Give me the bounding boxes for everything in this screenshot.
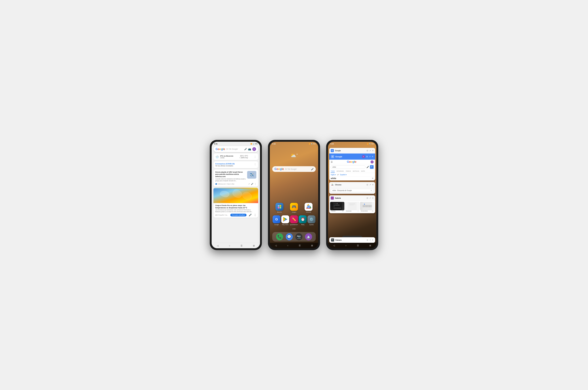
covid-subtitle: Ver las últimas novedades [215, 165, 235, 167]
app-juegos[interactable]: 🎮 Juegos [290, 203, 298, 213]
white-word: white [331, 177, 336, 180]
minimize-google[interactable]: ⊟ [366, 155, 368, 158]
split-btn-3[interactable]: ☰ [357, 244, 359, 247]
app-playstore[interactable]: Play Store [281, 215, 289, 225]
home-btn-3[interactable]: ○ [345, 244, 347, 247]
chrome-card-app-icon [331, 183, 334, 186]
screenshots-thumb[interactable] [360, 202, 374, 210]
external-cam[interactable]: ↗ [369, 239, 371, 241]
battery-3: 76% [371, 143, 374, 145]
app-benchs[interactable]: Benchs [275, 203, 283, 213]
google-avatar: C [362, 155, 365, 158]
split-btn-2[interactable]: ☰ [299, 244, 301, 247]
recents-btn-2[interactable]: ⊞ [311, 244, 313, 247]
more-btn-covid[interactable]: ⋮ [254, 163, 256, 166]
split-btn-1[interactable]: ☰ [241, 244, 243, 247]
tab-maps[interactable]: MAPS [361, 170, 365, 173]
app-ajustes[interactable]: ⚙️ Ajustes [308, 215, 316, 225]
app-quickmemo[interactable]: ✏️ QuickMemo+ [290, 215, 298, 225]
google-search-field[interactable]: white [331, 165, 366, 169]
dock-gallery[interactable]: 🏔️ [305, 233, 312, 240]
app-google[interactable]: G Google [272, 215, 280, 225]
back-btn-3[interactable]: ◁ [333, 244, 335, 247]
external-icon-g[interactable]: ↗ [369, 149, 371, 152]
minimize-icon-g[interactable]: ⊟ [367, 149, 368, 152]
dock-messages[interactable]: 💬 [286, 233, 293, 240]
app-chrome[interactable]: Chrome [305, 203, 313, 213]
audio-icon-1[interactable]: 🎤 [251, 183, 253, 185]
hamburger-icon[interactable]: ☰ [331, 161, 333, 163]
home-btn-2[interactable]: ○ [287, 244, 288, 247]
tab-videos[interactable]: VÍDEOS [346, 170, 351, 173]
google-app-card[interactable]: G Google ⊟ ↗ ✕ G Google [329, 148, 375, 181]
dock-phone[interactable]: 📞 [276, 233, 283, 240]
app-reloj[interactable]: ⏰ Reloj [299, 215, 307, 225]
sim-icon-3: 📶 [367, 143, 369, 145]
mic-icon-home[interactable]: 🎤 [311, 168, 314, 170]
galeria-card-icon: 🔺 [331, 196, 334, 199]
close-icon-gal[interactable]: ✕ [372, 197, 374, 199]
update-button[interactable]: Toca para actualizar [230, 214, 247, 216]
more-btn-weather[interactable]: ⋮ [254, 155, 256, 158]
share-icon-1[interactable]: ↗ [248, 183, 250, 185]
home-btn-1[interactable]: ○ [229, 244, 230, 247]
weather-card-1[interactable]: 🌧️ 9°C en Alcorcón Lluvia 16°C / 9°C ↑ 1… [214, 153, 258, 160]
camara-thumb[interactable]: fn [330, 202, 344, 210]
chrome-url-bar[interactable]: white - Búsqueda de Google ↻ [331, 189, 374, 192]
covid-info: Coronavirus (COVID-19) Ver las últimas n… [215, 163, 235, 167]
mic-icon-1[interactable]: 🎤 [244, 148, 247, 150]
minimize-icon-gal[interactable]: ⊟ [367, 197, 368, 199]
weather-location: 9°C en Alcorcón [220, 155, 233, 157]
minimize-cam[interactable]: ⊟ [367, 239, 368, 241]
news-card-1[interactable]: Grecia alquila el UAV israelí Heron para… [214, 169, 258, 187]
camara-card[interactable]: 📷 Cámara ⊟ ↗ ✕ [329, 237, 375, 243]
close-cam[interactable]: ✕ [372, 239, 373, 241]
mic-icon-2[interactable]: 🎤 [249, 213, 252, 216]
chrome-app-card[interactable]: Chrome ⊟ ↗ ✕ white - Búsqueda de Google … [329, 182, 375, 194]
minimize-icon-c[interactable]: ⊟ [367, 184, 368, 186]
close-google[interactable]: ✕ [372, 155, 373, 158]
more-icon-2[interactable]: ⋮ [254, 213, 256, 216]
weather-map-card[interactable]: Llega el frente frío en pleno mayo: las … [214, 188, 258, 218]
google-search-row[interactable]: white 🎤 🔍 [329, 164, 375, 170]
close-search-x[interactable]: ✕ [372, 177, 374, 180]
galeria-card-actions: ⊟ ↗ ✕ [367, 197, 374, 199]
dock-camera[interactable]: 📷 [295, 233, 302, 240]
google-card-actions: ⊟ ↗ ✕ [367, 149, 374, 152]
external-icon-c[interactable]: ↗ [369, 184, 371, 186]
news-desc-2: Las borrascas que atraviesan esta semana… [215, 209, 256, 213]
google-search-bar-1[interactable]: Google Di 'Ok Google' 🎤 📺 C [214, 146, 258, 152]
search-btn[interactable]: 🔍 [370, 165, 374, 169]
back-btn-1[interactable]: ◁ [217, 244, 218, 247]
tab-todo[interactable]: TODO [331, 170, 335, 173]
external-google[interactable]: ↗ [369, 155, 371, 158]
tab-imagenes[interactable]: IMÁGENES [337, 170, 344, 173]
lang-to[interactable]: Español ▾ [340, 174, 347, 176]
tv-icon-1[interactable]: 📺 [248, 148, 251, 151]
mic-icon-google[interactable]: 🎤 [367, 166, 369, 168]
avatar-1[interactable]: C [252, 147, 256, 151]
download-thumb[interactable] [345, 202, 359, 210]
chrome-url: white - Búsqueda de Google [332, 190, 370, 191]
galeria-app-card[interactable]: 🔺 Galería ⊟ ↗ ✕ [329, 195, 375, 213]
close-icon-g[interactable]: ✕ [372, 149, 374, 152]
recent-apps[interactable]: G Google ⊟ ↗ ✕ G Google [328, 147, 376, 243]
lang-from[interactable]: Inglés ▾ [331, 174, 336, 176]
google-user-avatar[interactable]: C [371, 160, 374, 163]
covid-card[interactable]: Coronavirus (COVID-19) Ver las últimas n… [214, 161, 258, 168]
external-icon-gal[interactable]: ↗ [369, 197, 371, 199]
home-search-bar[interactable]: Google Di 'Ok Google' 🎤 [272, 166, 316, 172]
recents-btn-1[interactable]: ⊞ [253, 244, 255, 247]
tab-noticias[interactable]: NOTICIAS [353, 170, 359, 173]
recents-btn-3[interactable]: ⊞ [369, 244, 371, 247]
weather-icon-1: 🌧️ [215, 155, 219, 159]
google-logo-center: Google [334, 160, 370, 163]
camara-bottom-card[interactable]: 📷 Cámara ⊟ ↗ ✕ [329, 237, 375, 243]
chrome-reload[interactable]: ↻ [371, 190, 372, 191]
close-icon-c[interactable]: ✕ [372, 184, 374, 186]
back-btn-2[interactable]: ◁ [275, 244, 277, 247]
time-1: 9:45 [214, 143, 217, 145]
source-name-1: Defensa.com • Hace 6 días [217, 183, 234, 185]
svg-rect-15 [333, 208, 341, 209]
more-icon-1[interactable]: ⋮ [255, 183, 256, 185]
